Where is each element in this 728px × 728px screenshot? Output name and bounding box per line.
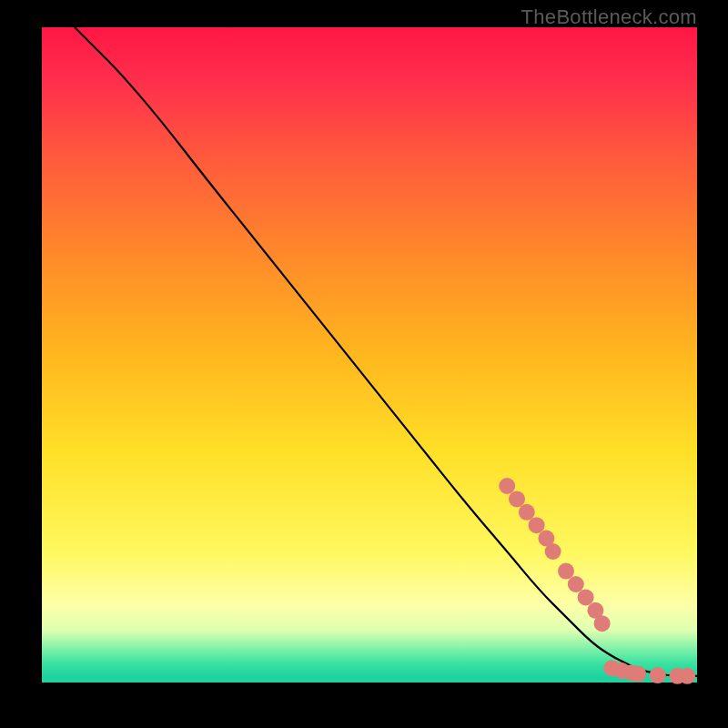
data-point xyxy=(529,517,545,533)
data-point xyxy=(568,576,584,592)
chart-overlay xyxy=(42,27,697,682)
data-point xyxy=(519,504,535,521)
data-point xyxy=(679,668,695,684)
data-point xyxy=(509,490,525,507)
data-point xyxy=(499,478,515,494)
data-point xyxy=(545,543,561,560)
data-point xyxy=(578,589,594,605)
curve-markers xyxy=(499,478,695,684)
data-point xyxy=(650,667,666,683)
data-point xyxy=(594,615,611,632)
watermark-text: TheBottleneck.com xyxy=(521,5,697,29)
data-point xyxy=(630,666,646,682)
data-point xyxy=(558,563,574,580)
curve-line xyxy=(75,27,697,676)
chart-frame: TheBottleneck.com xyxy=(0,0,728,728)
